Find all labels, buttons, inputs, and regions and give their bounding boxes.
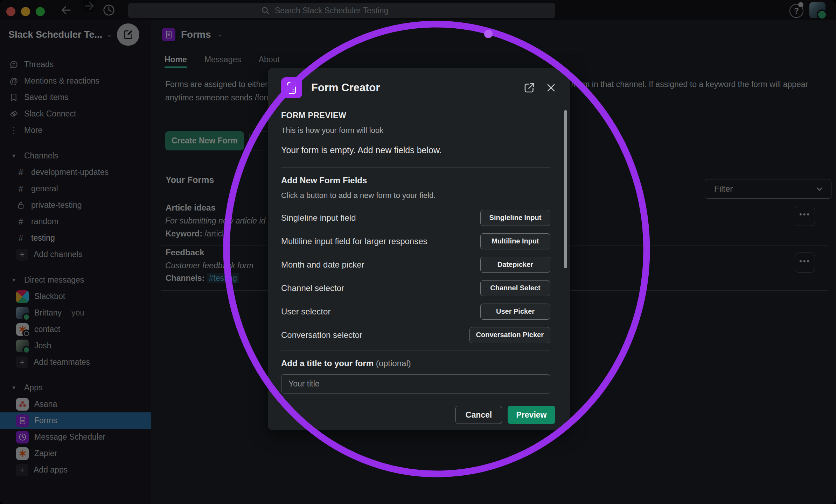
close-icon[interactable] [545, 81, 557, 94]
divider [281, 350, 550, 350]
add-user-picker-button[interactable]: User Picker [480, 304, 550, 320]
empty-form-message: Your form is empty. Add new fields below… [281, 144, 550, 156]
modal-header: Form Creator [268, 68, 570, 107]
add-multiline-input-button[interactable]: Multiline Input [480, 233, 550, 249]
add-fields-heading: Add New Form Fields [281, 175, 550, 186]
field-label: User selector [281, 307, 330, 317]
field-row: User selector User Picker [281, 300, 550, 323]
field-label: Channel selector [281, 283, 344, 293]
open-external-icon[interactable] [523, 81, 536, 94]
form-title-label: Add a title to your form (optional) [281, 358, 550, 369]
form-preview-subtext: This is how your form will look [281, 126, 550, 135]
preview-button[interactable]: Preview [508, 406, 555, 424]
field-row: Channel selector Channel Select [281, 276, 550, 300]
double-divider [281, 165, 550, 168]
cancel-button[interactable]: Cancel [455, 406, 502, 424]
add-fields-subtext: Click a button to add a new form to your… [281, 191, 550, 200]
form-title-input[interactable] [281, 374, 550, 393]
field-rows: Singleline input field Singleline Input … [281, 206, 550, 347]
form-document-icon [284, 80, 299, 95]
field-label: Multiline input field for larger respons… [281, 236, 427, 246]
field-row: Month and date picker Datepicker [281, 253, 550, 276]
form-creator-modal: Form Creator FORM PREVIEW This is how yo… [268, 68, 570, 430]
field-label: Singleline input field [281, 213, 356, 223]
modal-title: Form Creator [311, 81, 514, 94]
modal-body: FORM PREVIEW This is how your form will … [268, 107, 570, 393]
form-preview-heading: FORM PREVIEW [281, 110, 550, 121]
field-row: Multiline input field for larger respons… [281, 229, 550, 253]
add-conversation-picker-button[interactable]: Conversation Picker [469, 327, 550, 343]
form-creator-app-icon [281, 77, 302, 98]
field-row: Conversation selector Conversation Picke… [281, 323, 550, 347]
modal-scrollbar[interactable] [564, 110, 567, 268]
add-datepicker-button[interactable]: Datepicker [480, 257, 550, 273]
optional-hint: (optional) [376, 359, 411, 368]
field-row: Singleline input field Singleline Input [281, 206, 550, 229]
slack-window: ? Slack Scheduler Te... ⌄ Threads [0, 0, 836, 504]
add-channel-select-button[interactable]: Channel Select [480, 280, 550, 296]
modal-footer: Cancel Preview [268, 399, 570, 430]
form-title-label-bold: Add a title to your form [281, 359, 374, 368]
field-label: Month and date picker [281, 260, 364, 270]
add-singleline-input-button[interactable]: Singleline Input [480, 210, 550, 226]
field-label: Conversation selector [281, 330, 362, 340]
